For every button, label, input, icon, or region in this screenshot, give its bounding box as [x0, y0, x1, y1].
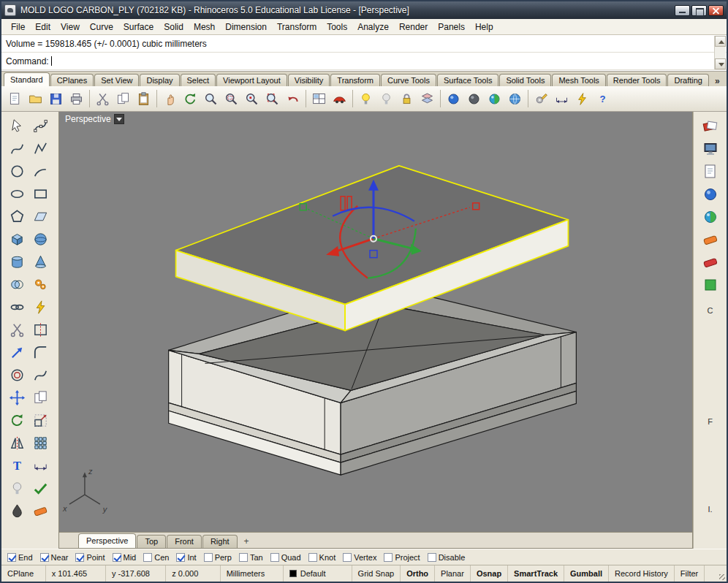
menu-analyze[interactable]: Analyze	[352, 20, 394, 34]
new-file-icon[interactable]	[5, 89, 25, 109]
polygon-tool-icon[interactable]	[7, 206, 28, 227]
scale-tool-icon[interactable]	[30, 410, 51, 431]
display-monitor-icon[interactable]	[699, 137, 721, 160]
status-pane-planar[interactable]: Planar	[435, 565, 471, 582]
tab-render-tools[interactable]: Render Tools	[607, 74, 667, 86]
osnap-checkbox-project[interactable]	[384, 553, 393, 562]
tab-set-view[interactable]: Set View	[94, 74, 139, 86]
copy-icon[interactable]	[113, 89, 133, 109]
menu-panels[interactable]: Panels	[433, 20, 470, 34]
eraser-tool-icon[interactable]	[30, 500, 51, 522]
mirror-tool-icon[interactable]	[7, 433, 28, 454]
move-tool-icon[interactable]	[7, 387, 28, 408]
osnap-checkbox-int[interactable]	[176, 553, 185, 562]
menu-edit[interactable]: Edit	[30, 20, 56, 34]
history-tool-icon[interactable]	[30, 274, 51, 295]
tabs-overflow-chevron[interactable]: »	[710, 76, 725, 86]
options-icon[interactable]	[531, 89, 551, 109]
arc-tool-icon[interactable]	[30, 161, 51, 182]
lock-objects-icon[interactable]	[397, 89, 417, 109]
shaded-viewport-icon[interactable]	[464, 89, 484, 109]
texture-ball-icon[interactable]	[699, 205, 721, 228]
menu-curve[interactable]: Curve	[85, 20, 118, 34]
paste-icon[interactable]	[134, 89, 153, 109]
layers-icon[interactable]	[417, 89, 437, 109]
menu-render[interactable]: Render	[394, 20, 433, 34]
dimension-tool-icon[interactable]	[30, 455, 51, 476]
perspective-viewport[interactable]: Perspective	[59, 112, 692, 532]
blend-tool-icon[interactable]	[30, 365, 51, 386]
current-layer-cell[interactable]: Default	[284, 565, 352, 582]
array-tool-icon[interactable]	[30, 433, 51, 454]
scroll-down-icon[interactable]	[715, 58, 726, 69]
menu-tools[interactable]: Tools	[322, 20, 352, 34]
extend-tool-icon[interactable]	[7, 342, 28, 363]
zoom-selected-icon[interactable]	[242, 89, 262, 109]
rectangle-tool-icon[interactable]	[30, 183, 51, 205]
tab-drafting[interactable]: Drafting	[667, 74, 709, 86]
hide-tool-icon[interactable]	[7, 478, 28, 499]
render-icon[interactable]	[505, 89, 525, 109]
osnap-checkbox-perp[interactable]	[204, 553, 213, 562]
notes-icon[interactable]	[699, 160, 721, 183]
menu-surface[interactable]: Surface	[118, 20, 159, 34]
dimension-icon[interactable]	[552, 89, 572, 109]
print-icon[interactable]	[67, 89, 86, 109]
osnap-checkbox-mid[interactable]	[113, 553, 121, 562]
help-icon[interactable]: ?	[593, 89, 613, 109]
hide-objects-icon[interactable]	[376, 89, 396, 109]
units-cell[interactable]: Millimeters	[221, 565, 284, 582]
panel-edge-label-1[interactable]: F	[708, 417, 713, 426]
tab-transform[interactable]: Transform	[330, 74, 380, 86]
tab-select[interactable]: Select	[181, 74, 216, 86]
viewport-tab-perspective[interactable]: Perspective	[78, 533, 136, 548]
osnap-item-int[interactable]: Int	[176, 553, 196, 562]
maximize-button[interactable]	[691, 5, 707, 16]
tab-curve-tools[interactable]: Curve Tools	[381, 74, 436, 86]
tab-viewport-layout[interactable]: Viewport Layout	[216, 74, 287, 86]
join-tool-icon[interactable]	[7, 297, 28, 318]
command-prompt-line[interactable]: Command:	[1, 53, 727, 70]
osnap-checkbox-knot[interactable]	[308, 553, 317, 562]
osnap-item-point[interactable]: Point	[75, 553, 105, 562]
ellipse-tool-icon[interactable]	[7, 183, 28, 205]
tab-standard[interactable]: Standard	[4, 72, 50, 86]
control-points-tool-icon[interactable]	[30, 115, 51, 137]
viewport-layout-icon[interactable]	[309, 89, 329, 109]
cylinder-tool-icon[interactable]	[7, 251, 28, 273]
status-pane-record-history[interactable]: Record History	[609, 565, 675, 582]
surface-tool-icon[interactable]	[30, 206, 51, 227]
tab-solid-tools[interactable]: Solid Tools	[499, 74, 551, 86]
status-pane-grid-snap[interactable]: Grid Snap	[352, 565, 401, 582]
menu-mesh[interactable]: Mesh	[189, 20, 220, 34]
rendered-viewport-icon[interactable]	[485, 89, 504, 109]
cut-icon[interactable]	[93, 89, 113, 109]
osnap-item-tan[interactable]: Tan	[239, 553, 263, 562]
osnap-checkbox-vertex[interactable]	[343, 553, 352, 562]
panel-edge-label-0[interactable]: C	[708, 306, 713, 315]
script-icon[interactable]	[572, 89, 592, 109]
menu-transform[interactable]: Transform	[272, 20, 322, 34]
cone-tool-icon[interactable]	[30, 251, 51, 273]
circle-tool-icon[interactable]	[7, 161, 28, 182]
viewport-tab-front[interactable]: Front	[167, 535, 202, 548]
curve-tool-icon[interactable]	[7, 138, 28, 159]
stacked-cards-icon[interactable]	[699, 115, 721, 137]
osnap-item-near[interactable]: Near	[40, 553, 69, 562]
boolean-tool-icon[interactable]	[7, 274, 28, 295]
minimize-button[interactable]	[675, 5, 690, 16]
split-tool-icon[interactable]	[30, 319, 51, 340]
viewport-tab-top[interactable]: Top	[137, 535, 166, 548]
status-pane-ortho[interactable]: Ortho	[401, 565, 435, 582]
osnap-checkbox-cen[interactable]	[143, 553, 152, 562]
explode-tool-icon[interactable]	[30, 297, 51, 318]
green-swatch-icon[interactable]	[699, 273, 721, 296]
object-properties-icon[interactable]	[444, 89, 463, 109]
offset-tool-icon[interactable]	[7, 365, 28, 386]
tab-cplanes[interactable]: CPlanes	[50, 74, 94, 86]
osnap-item-disable[interactable]: Disable	[428, 553, 466, 562]
sphere-tool-icon[interactable]	[30, 229, 51, 250]
menu-dimension[interactable]: Dimension	[220, 20, 272, 34]
menu-file[interactable]: File	[6, 20, 30, 34]
menu-view[interactable]: View	[56, 20, 85, 34]
